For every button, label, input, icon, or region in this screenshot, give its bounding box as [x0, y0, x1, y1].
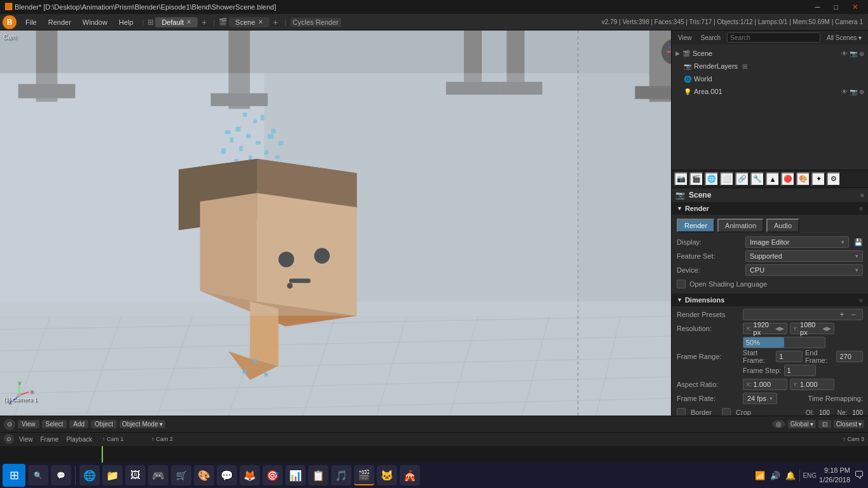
feature-set-dropdown[interactable]: Supported ▾ — [745, 250, 863, 262]
scene-add-btn[interactable]: + — [271, 17, 281, 27]
object-menu-btn[interactable]: Object — [91, 420, 117, 428]
aspect-x-field[interactable]: X: 1.000 — [743, 379, 787, 390]
aspect-y-field[interactable]: Y: 1.000 — [790, 379, 834, 390]
taskbar-edge-icon[interactable]: 🌐 — [79, 465, 100, 485]
resolution-x-field[interactable]: X: 1920 px ◀▶ — [743, 323, 787, 334]
prop-tab-constraints[interactable]: 🔗 — [735, 172, 749, 186]
device-dropdown[interactable]: CPU ▾ — [745, 264, 863, 276]
crop-checkbox[interactable] — [722, 408, 731, 416]
resolution-y-field[interactable]: Y: 1080 px ◀▶ — [790, 323, 834, 334]
menu-render[interactable]: Render — [43, 17, 76, 27]
language-indicator[interactable]: ENG — [803, 472, 817, 479]
view-menu-btn[interactable]: View — [18, 420, 39, 428]
taskbar-paint-icon[interactable]: 🎨 — [194, 465, 214, 485]
frame-rate-dropdown[interactable]: 24 fps ▾ — [743, 393, 777, 404]
workspace-tab-default[interactable]: Default ✕ — [155, 17, 198, 27]
eye-icon-area001[interactable]: 👁 — [841, 88, 848, 95]
workspace-tab-scene[interactable]: Scene ✕ — [229, 17, 269, 27]
prop-tab-material[interactable]: 🔴 — [781, 172, 795, 186]
workspace-tab-default-close[interactable]: ✕ — [186, 18, 191, 25]
frame-step-field[interactable]: 1 — [784, 365, 816, 376]
extra-options-icon[interactable]: ≡ — [860, 192, 864, 199]
render-icon-scene[interactable]: 📷 — [850, 50, 857, 57]
taskbar-search-icon[interactable]: 🔍 — [28, 465, 48, 485]
workspace-tab-scene-close[interactable]: ✕ — [258, 18, 263, 25]
taskbar-word-icon[interactable]: 📋 — [308, 465, 329, 485]
eye-icon-scene[interactable]: 👁 — [841, 50, 848, 57]
taskbar-firefox-icon[interactable]: 🦊 — [240, 465, 260, 485]
presets-remove-btn[interactable]: − — [848, 309, 858, 320]
prop-tab-modifiers[interactable]: 🔧 — [750, 172, 764, 186]
prop-tab-scene[interactable]: 🎬 — [689, 172, 703, 186]
resolution-percent-slider[interactable]: 50% — [743, 337, 825, 348]
volume-icon[interactable]: 🔊 — [769, 469, 782, 482]
taskbar-media-icon[interactable]: 🎵 — [331, 465, 351, 485]
display-save-icon[interactable]: 💾 — [854, 238, 863, 247]
tree-item-area001[interactable]: 💡 Area.001 👁 📷 ⊕ — [679, 85, 868, 98]
taskbar-cortana-icon[interactable]: 💬 — [51, 465, 71, 485]
viewport-3d[interactable]: Cam X Y Z (1) Camera 1 — [0, 30, 671, 416]
object-mode-dropdown[interactable]: Object Mode ▾ — [119, 420, 165, 428]
outliner-search-input[interactable] — [727, 32, 820, 43]
audio-btn[interactable]: Audio — [766, 219, 799, 233]
presets-add-btn[interactable]: + — [837, 309, 847, 320]
minimize-btn[interactable]: ─ — [810, 3, 825, 11]
prop-tab-particles[interactable]: ✦ — [811, 172, 825, 186]
taskbar-bullseye-icon[interactable]: 🎯 — [262, 465, 283, 485]
select-icon-area001[interactable]: ⊕ — [859, 88, 864, 95]
maximize-btn[interactable]: □ — [829, 3, 843, 11]
orientation-dropdown[interactable]: Global ▾ — [788, 420, 816, 428]
taskbar-explorer-icon[interactable]: 📁 — [102, 465, 123, 485]
menu-window[interactable]: Window — [78, 17, 112, 27]
taskbar-clock[interactable]: 9:18 PM 1/26/2018 — [819, 466, 850, 485]
timeline-frame-btn[interactable]: Frame — [38, 435, 62, 444]
timeline-playback-btn[interactable]: Playback — [64, 435, 95, 444]
tree-item-scene[interactable]: ▶ 🎬 Scene 👁 📷 ⊕ — [672, 47, 868, 60]
taskbar-start-btn[interactable]: ⊞ — [3, 464, 25, 487]
taskbar-games-icon[interactable]: 🎮 — [148, 465, 168, 485]
start-frame-field[interactable]: 1 — [776, 351, 803, 362]
notifications-btn[interactable]: 🗨 — [853, 469, 865, 482]
outliner-search-btn[interactable]: Search — [698, 34, 724, 42]
prop-tab-data[interactable]: ▲ — [766, 172, 780, 186]
taskbar-cat-icon[interactable]: 🐱 — [377, 465, 397, 485]
open-shading-checkbox[interactable] — [677, 280, 686, 288]
render-section-header[interactable]: ▼ Render ≡ — [672, 202, 868, 215]
outliner-view-btn[interactable]: View — [675, 34, 695, 42]
animation-btn[interactable]: Animation — [717, 219, 764, 233]
close-btn[interactable]: ✕ — [847, 3, 863, 11]
display-value-dropdown[interactable]: Image Editor ▾ — [745, 236, 849, 248]
prop-tab-physics[interactable]: ⚙ — [827, 172, 841, 186]
prop-tab-render[interactable]: 📷 — [674, 172, 688, 186]
render-section-options[interactable]: ≡ — [859, 205, 863, 212]
taskbar-photos-icon[interactable]: 🖼 — [125, 465, 146, 485]
network-icon[interactable]: 📶 — [754, 469, 766, 482]
prop-tab-object[interactable]: ⬜ — [720, 172, 734, 186]
timeline-view-btn[interactable]: View — [17, 435, 36, 444]
taskbar-excel-icon[interactable]: 📊 — [285, 465, 306, 485]
render-btn[interactable]: Render — [677, 219, 715, 233]
menu-file[interactable]: File — [20, 17, 42, 27]
notification-icon[interactable]: 🔔 — [784, 469, 797, 482]
prop-tab-world[interactable]: 🌐 — [705, 172, 719, 186]
prop-tab-texture[interactable]: 🎨 — [796, 172, 810, 186]
tree-item-world[interactable]: 🌐 World — [679, 72, 868, 85]
taskbar-blender-icon[interactable]: 🎬 — [354, 465, 374, 485]
add-menu-btn[interactable]: Add — [69, 420, 88, 428]
taskbar-store-icon[interactable]: 🛒 — [171, 465, 191, 485]
outliner-scope-dropdown[interactable]: All Scenes ▾ — [824, 34, 864, 42]
select-icon-scene[interactable]: ⊕ — [859, 50, 864, 57]
snap-btn[interactable]: ⊡ — [818, 420, 831, 428]
render-icon-area001[interactable]: 📷 — [850, 88, 857, 95]
dimensions-options[interactable]: ≡ — [859, 297, 863, 304]
end-frame-field[interactable]: 270 — [836, 351, 863, 362]
taskbar-chat-icon[interactable]: 💬 — [217, 465, 237, 485]
workspace-add-btn[interactable]: + — [199, 17, 209, 27]
select-menu-btn[interactable]: Select — [42, 420, 67, 428]
blender-icon[interactable]: B — [3, 15, 17, 29]
proportional-dropdown[interactable]: Closest ▾ — [834, 420, 864, 428]
border-checkbox[interactable] — [677, 408, 686, 416]
menu-help[interactable]: Help — [114, 17, 139, 27]
pivot-btn[interactable]: ◎ — [772, 420, 785, 428]
dimensions-section-header[interactable]: ▼ Dimensions ≡ — [672, 294, 868, 306]
